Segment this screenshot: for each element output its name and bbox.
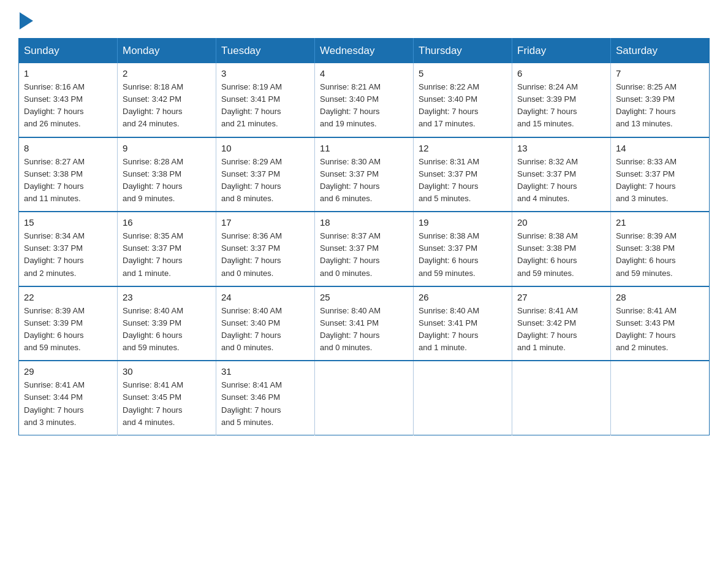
calendar-cell: 23 Sunrise: 8:40 AMSunset: 3:39 PMDaylig… <box>118 286 216 361</box>
day-number: 16 <box>123 217 211 228</box>
day-info: Sunrise: 8:40 AMSunset: 3:40 PMDaylight:… <box>221 306 282 352</box>
day-info: Sunrise: 8:41 AMSunset: 3:44 PMDaylight:… <box>24 380 85 426</box>
day-info: Sunrise: 8:40 AMSunset: 3:41 PMDaylight:… <box>320 306 381 352</box>
calendar-week-row: 1 Sunrise: 8:16 AMSunset: 3:43 PMDayligh… <box>19 63 710 137</box>
day-info: Sunrise: 8:41 AMSunset: 3:46 PMDaylight:… <box>221 380 282 426</box>
day-info: Sunrise: 8:30 AMSunset: 3:37 PMDaylight:… <box>320 157 381 203</box>
day-info: Sunrise: 8:37 AMSunset: 3:37 PMDaylight:… <box>320 231 381 277</box>
calendar-cell <box>414 361 512 435</box>
calendar-cell: 11 Sunrise: 8:30 AMSunset: 3:37 PMDaylig… <box>315 137 414 212</box>
day-number: 1 <box>24 68 112 79</box>
calendar-cell: 22 Sunrise: 8:39 AMSunset: 3:39 PMDaylig… <box>19 286 118 361</box>
day-info: Sunrise: 8:32 AMSunset: 3:37 PMDaylight:… <box>517 157 578 203</box>
calendar-header-row: SundayMondayTuesdayWednesdayThursdayFrid… <box>19 39 710 64</box>
day-number: 19 <box>419 217 507 228</box>
day-info: Sunrise: 8:38 AMSunset: 3:37 PMDaylight:… <box>419 231 479 277</box>
calendar-cell: 30 Sunrise: 8:41 AMSunset: 3:45 PMDaylig… <box>118 361 216 435</box>
calendar-cell: 16 Sunrise: 8:35 AMSunset: 3:37 PMDaylig… <box>118 212 216 286</box>
day-info: Sunrise: 8:21 AMSunset: 3:40 PMDaylight:… <box>320 82 381 128</box>
calendar-cell: 24 Sunrise: 8:40 AMSunset: 3:40 PMDaylig… <box>216 286 315 361</box>
day-number: 4 <box>320 68 408 79</box>
calendar-cell: 6 Sunrise: 8:24 AMSunset: 3:39 PMDayligh… <box>512 63 611 137</box>
weekday-header-wednesday: Wednesday <box>315 39 414 64</box>
calendar-cell: 31 Sunrise: 8:41 AMSunset: 3:46 PMDaylig… <box>216 361 315 435</box>
calendar-cell <box>315 361 414 435</box>
day-info: Sunrise: 8:31 AMSunset: 3:37 PMDaylight:… <box>419 157 479 203</box>
calendar-cell: 17 Sunrise: 8:36 AMSunset: 3:37 PMDaylig… <box>216 212 315 286</box>
weekday-header-thursday: Thursday <box>414 39 512 64</box>
calendar-cell: 8 Sunrise: 8:27 AMSunset: 3:38 PMDayligh… <box>19 137 118 212</box>
day-number: 22 <box>24 292 112 302</box>
day-number: 28 <box>616 292 704 302</box>
weekday-header-monday: Monday <box>118 39 216 64</box>
day-number: 15 <box>24 217 112 228</box>
day-number: 3 <box>221 68 309 79</box>
calendar-cell: 15 Sunrise: 8:34 AMSunset: 3:37 PMDaylig… <box>19 212 118 286</box>
calendar-cell: 19 Sunrise: 8:38 AMSunset: 3:37 PMDaylig… <box>414 212 512 286</box>
day-number: 20 <box>517 217 605 228</box>
day-number: 23 <box>123 292 211 302</box>
day-info: Sunrise: 8:24 AMSunset: 3:39 PMDaylight:… <box>517 82 578 128</box>
calendar-cell: 9 Sunrise: 8:28 AMSunset: 3:38 PMDayligh… <box>118 137 216 212</box>
calendar-table: SundayMondayTuesdayWednesdayThursdayFrid… <box>18 38 710 435</box>
calendar-cell: 26 Sunrise: 8:40 AMSunset: 3:41 PMDaylig… <box>414 286 512 361</box>
calendar-cell: 20 Sunrise: 8:38 AMSunset: 3:38 PMDaylig… <box>512 212 611 286</box>
day-number: 25 <box>320 292 408 302</box>
logo-line1 <box>18 12 33 29</box>
day-info: Sunrise: 8:19 AMSunset: 3:41 PMDaylight:… <box>221 82 282 128</box>
day-number: 9 <box>123 143 211 153</box>
day-number: 5 <box>419 68 507 79</box>
day-info: Sunrise: 8:38 AMSunset: 3:38 PMDaylight:… <box>517 231 578 277</box>
weekday-header-friday: Friday <box>512 39 611 64</box>
day-info: Sunrise: 8:39 AMSunset: 3:39 PMDaylight:… <box>24 306 85 352</box>
day-number: 13 <box>517 143 605 153</box>
weekday-header-tuesday: Tuesday <box>216 39 315 64</box>
calendar-week-row: 22 Sunrise: 8:39 AMSunset: 3:39 PMDaylig… <box>19 286 710 361</box>
day-info: Sunrise: 8:35 AMSunset: 3:37 PMDaylight:… <box>123 231 183 277</box>
day-number: 21 <box>616 217 704 228</box>
calendar-cell: 27 Sunrise: 8:41 AMSunset: 3:42 PMDaylig… <box>512 286 611 361</box>
day-info: Sunrise: 8:41 AMSunset: 3:43 PMDaylight:… <box>616 306 677 352</box>
calendar-cell <box>512 361 611 435</box>
day-number: 29 <box>24 366 112 377</box>
svg-marker-0 <box>20 12 33 29</box>
day-info: Sunrise: 8:27 AMSunset: 3:38 PMDaylight:… <box>24 157 85 203</box>
calendar-cell: 5 Sunrise: 8:22 AMSunset: 3:40 PMDayligh… <box>414 63 512 137</box>
calendar-week-row: 8 Sunrise: 8:27 AMSunset: 3:38 PMDayligh… <box>19 137 710 212</box>
day-info: Sunrise: 8:34 AMSunset: 3:37 PMDaylight:… <box>24 231 85 277</box>
calendar-cell: 10 Sunrise: 8:29 AMSunset: 3:37 PMDaylig… <box>216 137 315 212</box>
day-number: 24 <box>221 292 309 302</box>
calendar-cell: 18 Sunrise: 8:37 AMSunset: 3:37 PMDaylig… <box>315 212 414 286</box>
calendar-cell: 1 Sunrise: 8:16 AMSunset: 3:43 PMDayligh… <box>19 63 118 137</box>
day-info: Sunrise: 8:16 AMSunset: 3:43 PMDaylight:… <box>24 82 85 128</box>
calendar-week-row: 29 Sunrise: 8:41 AMSunset: 3:44 PMDaylig… <box>19 361 710 435</box>
calendar-cell: 28 Sunrise: 8:41 AMSunset: 3:43 PMDaylig… <box>611 286 710 361</box>
day-info: Sunrise: 8:41 AMSunset: 3:45 PMDaylight:… <box>123 380 183 426</box>
calendar-cell: 3 Sunrise: 8:19 AMSunset: 3:41 PMDayligh… <box>216 63 315 137</box>
calendar-week-row: 15 Sunrise: 8:34 AMSunset: 3:37 PMDaylig… <box>19 212 710 286</box>
day-info: Sunrise: 8:29 AMSunset: 3:37 PMDaylight:… <box>221 157 282 203</box>
day-number: 12 <box>419 143 507 153</box>
logo <box>18 12 33 27</box>
day-number: 11 <box>320 143 408 153</box>
day-info: Sunrise: 8:40 AMSunset: 3:39 PMDaylight:… <box>123 306 183 352</box>
day-number: 7 <box>616 68 704 79</box>
day-info: Sunrise: 8:22 AMSunset: 3:40 PMDaylight:… <box>419 82 479 128</box>
day-number: 14 <box>616 143 704 153</box>
day-info: Sunrise: 8:33 AMSunset: 3:37 PMDaylight:… <box>616 157 677 203</box>
day-number: 30 <box>123 366 211 377</box>
day-number: 2 <box>123 68 211 79</box>
calendar-cell: 14 Sunrise: 8:33 AMSunset: 3:37 PMDaylig… <box>611 137 710 212</box>
calendar-cell: 2 Sunrise: 8:18 AMSunset: 3:42 PMDayligh… <box>118 63 216 137</box>
weekday-header-sunday: Sunday <box>19 39 118 64</box>
calendar-cell <box>611 361 710 435</box>
weekday-header-saturday: Saturday <box>611 39 710 64</box>
calendar-cell: 29 Sunrise: 8:41 AMSunset: 3:44 PMDaylig… <box>19 361 118 435</box>
day-number: 26 <box>419 292 507 302</box>
day-info: Sunrise: 8:28 AMSunset: 3:38 PMDaylight:… <box>123 157 183 203</box>
day-number: 10 <box>221 143 309 153</box>
calendar-cell: 25 Sunrise: 8:40 AMSunset: 3:41 PMDaylig… <box>315 286 414 361</box>
day-info: Sunrise: 8:41 AMSunset: 3:42 PMDaylight:… <box>517 306 578 352</box>
day-number: 17 <box>221 217 309 228</box>
day-info: Sunrise: 8:18 AMSunset: 3:42 PMDaylight:… <box>123 82 183 128</box>
